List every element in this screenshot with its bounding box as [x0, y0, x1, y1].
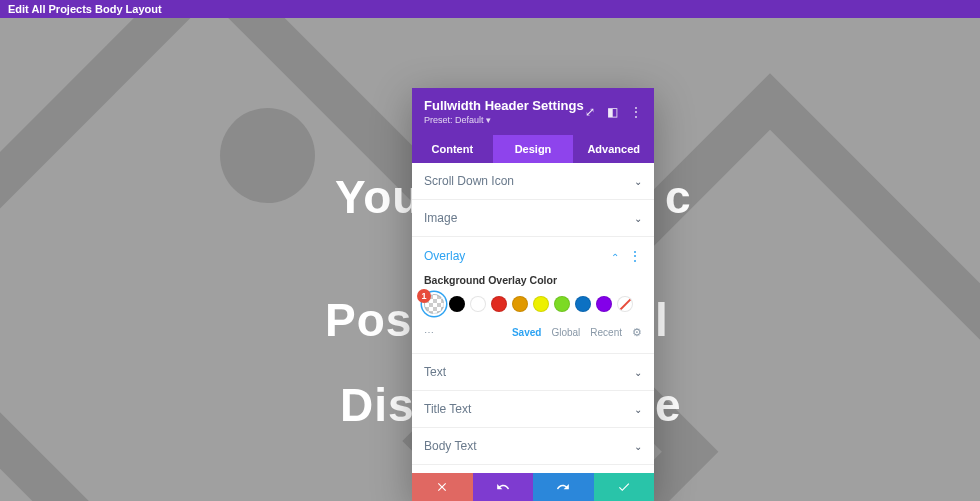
hero-text-partial: Dis — [340, 378, 415, 432]
swatch-none[interactable] — [617, 296, 633, 312]
section-label: Overlay — [424, 249, 465, 263]
tab-advanced[interactable]: Advanced — [573, 135, 654, 163]
kebab-menu-icon[interactable]: ⋮ — [630, 105, 642, 119]
modal-footer — [412, 473, 654, 501]
hero-text-partial: Pos — [325, 293, 412, 347]
section-overlay-header[interactable]: Overlay ⌃ ⋮ — [424, 248, 642, 264]
modal-tabs: Content Design Advanced — [412, 135, 654, 163]
modal-body[interactable]: Scroll Down Icon ⌄ Image ⌄ Overlay ⌃ ⋮ B… — [412, 163, 654, 473]
swatch-transparent[interactable] — [424, 294, 444, 314]
modal-header[interactable]: Fullwidth Header Settings Preset: Defaul… — [412, 88, 654, 135]
section-overlay: Overlay ⌃ ⋮ Background Overlay Color — [412, 237, 654, 354]
hero-text-partial: e — [655, 378, 681, 432]
redo-icon — [556, 480, 570, 494]
swatch-red[interactable] — [491, 296, 507, 312]
hero-text-partial: l — [655, 293, 668, 347]
section-subtitle-text[interactable]: Subtitle Text ⌄ — [412, 465, 654, 473]
swatch-yellow[interactable] — [533, 296, 549, 312]
expand-icon[interactable]: ⤢ — [585, 105, 595, 119]
undo-button[interactable] — [473, 473, 534, 501]
palette-tab-recent[interactable]: Recent — [590, 327, 622, 338]
redo-button[interactable] — [533, 473, 594, 501]
save-button[interactable] — [594, 473, 655, 501]
hero-text-partial: You — [335, 170, 421, 224]
swatch-white[interactable] — [470, 296, 486, 312]
chevron-down-icon: ⌄ — [634, 176, 642, 187]
modal-title: Fullwidth Header Settings — [424, 98, 584, 113]
top-bar-title: Edit All Projects Body Layout — [8, 3, 162, 15]
swatch-black[interactable] — [449, 296, 465, 312]
chevron-up-icon: ⌃ — [611, 252, 619, 263]
snap-icon[interactable]: ◧ — [607, 105, 618, 119]
tab-design[interactable]: Design — [493, 135, 574, 163]
section-text[interactable]: Text ⌄ — [412, 354, 654, 391]
undo-icon — [496, 480, 510, 494]
swatch-orange[interactable] — [512, 296, 528, 312]
section-body-text[interactable]: Body Text ⌄ — [412, 428, 654, 465]
section-label: Body Text — [424, 439, 476, 453]
section-label: Title Text — [424, 402, 471, 416]
tab-content[interactable]: Content — [412, 135, 493, 163]
gear-icon[interactable]: ⚙ — [632, 326, 642, 339]
swatch-purple[interactable] — [596, 296, 612, 312]
chevron-down-icon: ⌄ — [634, 404, 642, 415]
section-image[interactable]: Image ⌄ — [412, 200, 654, 237]
section-label: Text — [424, 365, 446, 379]
overlay-color-label: Background Overlay Color — [424, 274, 642, 286]
chevron-down-icon: ⌄ — [634, 367, 642, 378]
editor-canvas: You c Pos l Dis e Fullwidth Header Setti… — [0, 18, 980, 501]
top-bar: Edit All Projects Body Layout — [0, 0, 980, 18]
section-title-text[interactable]: Title Text ⌄ — [412, 391, 654, 428]
section-scroll-down-icon[interactable]: Scroll Down Icon ⌄ — [412, 163, 654, 200]
check-icon — [617, 480, 631, 494]
cancel-button[interactable] — [412, 473, 473, 501]
section-options-icon[interactable]: ⋮ — [628, 248, 642, 264]
chevron-down-icon: ⌄ — [634, 213, 642, 224]
palette-tab-global[interactable]: Global — [551, 327, 580, 338]
more-swatches-button[interactable]: ⋯ — [424, 327, 436, 338]
close-icon — [435, 480, 449, 494]
settings-modal: Fullwidth Header Settings Preset: Defaul… — [412, 88, 654, 501]
swatch-blue[interactable] — [575, 296, 591, 312]
palette-tab-saved[interactable]: Saved — [512, 327, 541, 338]
section-label: Image — [424, 211, 457, 225]
chevron-down-icon: ⌄ — [634, 441, 642, 452]
preset-dropdown[interactable]: Preset: Default ▾ — [424, 115, 584, 125]
color-swatches — [424, 294, 642, 314]
hero-text-partial: c — [665, 170, 691, 224]
swatch-green[interactable] — [554, 296, 570, 312]
section-label: Scroll Down Icon — [424, 174, 514, 188]
